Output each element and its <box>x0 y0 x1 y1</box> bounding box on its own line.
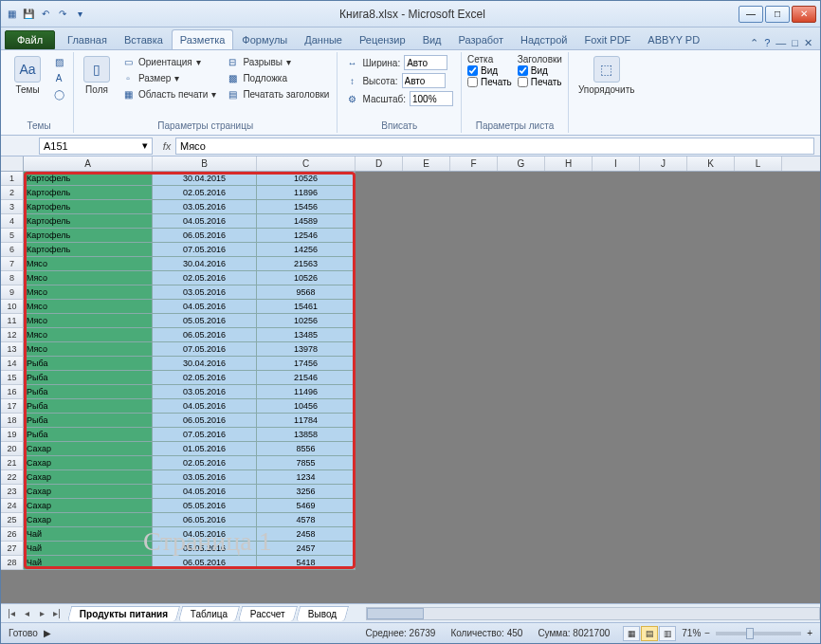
grid-rows[interactable]: 1Картофель30.04.2015105262Картофель02.05… <box>1 172 820 570</box>
cell[interactable]: 21546 <box>257 371 356 385</box>
tab-next-icon[interactable]: ▸ <box>35 608 48 618</box>
row-header[interactable]: 15 <box>1 371 24 385</box>
row-header[interactable]: 7 <box>1 257 24 271</box>
sheet-tab[interactable]: Рассчет <box>238 606 298 621</box>
save-icon[interactable]: 💾 <box>22 8 35 21</box>
cell[interactable]: Рыба <box>24 357 153 371</box>
cell[interactable]: 06.05.2016 <box>153 229 257 243</box>
cell[interactable]: 13485 <box>257 328 356 342</box>
theme-fonts-button[interactable]: A <box>50 70 67 85</box>
row-header[interactable]: 12 <box>1 328 24 342</box>
cell[interactable]: 06.05.2016 <box>153 328 257 342</box>
cell[interactable]: 3256 <box>257 485 356 499</box>
cell[interactable]: Сахар <box>24 470 153 485</box>
cell[interactable]: 04.05.2016 <box>153 527 257 542</box>
cell[interactable]: 02.05.2016 <box>153 456 257 470</box>
close-button[interactable]: ✕ <box>792 6 816 23</box>
cell[interactable]: Мясо <box>24 314 153 328</box>
cell[interactable]: 13978 <box>257 342 356 357</box>
cell[interactable]: 06.05.2016 <box>153 556 257 570</box>
row-header[interactable]: 23 <box>1 485 24 499</box>
cell[interactable]: Рыба <box>24 428 153 442</box>
select-all-corner[interactable] <box>1 156 24 171</box>
column-header-L[interactable]: L <box>735 156 782 171</box>
column-header-D[interactable]: D <box>356 156 403 171</box>
maximize-button[interactable]: □ <box>765 6 790 23</box>
row-header[interactable]: 14 <box>1 357 24 371</box>
column-header-B[interactable]: B <box>153 156 257 171</box>
macro-record-icon[interactable]: ▶ <box>44 628 51 638</box>
cell[interactable]: 17456 <box>257 357 356 371</box>
tab-foxit pdf[interactable]: Foxit PDF <box>575 29 639 49</box>
breaks-button[interactable]: ⊟Разрывы ▾ <box>224 54 331 69</box>
sheet-tab[interactable]: Вывод <box>296 606 350 621</box>
cell[interactable]: Картофель <box>24 186 153 200</box>
column-header-F[interactable]: F <box>450 156 498 171</box>
cell[interactable]: Сахар <box>24 442 153 456</box>
cell[interactable]: Чай <box>24 556 153 570</box>
redo-icon[interactable]: ↷ <box>56 8 69 21</box>
cell[interactable]: 03.05.2016 <box>153 470 257 485</box>
tab-abbyy pd[interactable]: ABBYY PD <box>639 29 708 49</box>
view-page-break-button[interactable]: ▥ <box>659 626 676 641</box>
cell[interactable]: 4578 <box>257 513 356 527</box>
cell[interactable]: Рыба <box>24 399 153 414</box>
row-header[interactable]: 20 <box>1 442 24 456</box>
cell[interactable]: 04.05.2016 <box>153 300 257 314</box>
cell[interactable]: 03.05.2016 <box>153 385 257 399</box>
print-titles-button[interactable]: ▤Печатать заголовки <box>224 86 331 101</box>
cell[interactable]: 05.05.2016 <box>153 542 257 556</box>
themes-button[interactable]: Aa Темы <box>10 54 45 97</box>
cell[interactable]: 06.05.2016 <box>153 414 257 428</box>
cell[interactable]: 05.05.2016 <box>153 314 257 328</box>
tab-file[interactable]: Файл <box>5 30 55 49</box>
cell[interactable]: 11496 <box>257 385 356 399</box>
cell[interactable]: Чай <box>24 542 153 556</box>
row-header[interactable]: 18 <box>1 414 24 428</box>
arrange-button[interactable]: ⬚ Упорядочить <box>575 54 639 97</box>
cell[interactable]: Сахар <box>24 456 153 470</box>
row-header[interactable]: 9 <box>1 285 24 300</box>
row-header[interactable]: 13 <box>1 342 24 357</box>
cell[interactable]: 10526 <box>257 172 356 186</box>
tab-last-icon[interactable]: ▸| <box>50 608 64 618</box>
row-header[interactable]: 16 <box>1 385 24 399</box>
margins-button[interactable]: ▯ Поля <box>80 54 114 97</box>
cell[interactable]: Рыба <box>24 385 153 399</box>
orientation-button[interactable]: ▭Ориентация ▾ <box>119 54 218 69</box>
fit-width-combo[interactable] <box>404 55 447 70</box>
cell[interactable]: Мясо <box>24 271 153 285</box>
column-header-K[interactable]: K <box>687 156 735 171</box>
zoom-level[interactable]: 71% <box>682 628 701 638</box>
view-normal-button[interactable]: ▦ <box>623 626 640 641</box>
undo-icon[interactable]: ↶ <box>39 8 52 21</box>
column-header-C[interactable]: C <box>257 156 356 171</box>
cell[interactable]: Картофель <box>24 229 153 243</box>
cell[interactable]: 03.05.2016 <box>153 285 257 300</box>
cell[interactable]: 02.05.2016 <box>153 271 257 285</box>
row-header[interactable]: 5 <box>1 229 24 243</box>
column-header-J[interactable]: J <box>640 156 687 171</box>
headings-view-check[interactable]: Вид <box>518 65 562 76</box>
row-header[interactable]: 10 <box>1 300 24 314</box>
cell[interactable]: 15461 <box>257 300 356 314</box>
doc-minimize-icon[interactable]: — <box>775 37 786 49</box>
column-header-G[interactable]: G <box>498 156 545 171</box>
theme-effects-button[interactable]: ◯ <box>50 86 67 101</box>
cell[interactable]: 05.05.2016 <box>153 499 257 513</box>
column-header-A[interactable]: A <box>24 156 153 171</box>
cell[interactable]: Мясо <box>24 342 153 357</box>
background-button[interactable]: ▩Подложка <box>224 70 331 85</box>
cell[interactable]: 13858 <box>257 428 356 442</box>
row-header[interactable]: 25 <box>1 513 24 527</box>
zoom-in-button[interactable]: + <box>807 628 812 638</box>
cell[interactable]: 12546 <box>257 229 356 243</box>
cell[interactable]: 15456 <box>257 200 356 214</box>
tab-разработ[interactable]: Разработ <box>450 29 512 49</box>
cell[interactable]: 21563 <box>257 257 356 271</box>
cell[interactable]: 1234 <box>257 470 356 485</box>
cell[interactable]: 10526 <box>257 271 356 285</box>
cell[interactable]: Сахар <box>24 485 153 499</box>
cell[interactable]: 06.05.2016 <box>153 513 257 527</box>
cell[interactable]: Картофель <box>24 200 153 214</box>
